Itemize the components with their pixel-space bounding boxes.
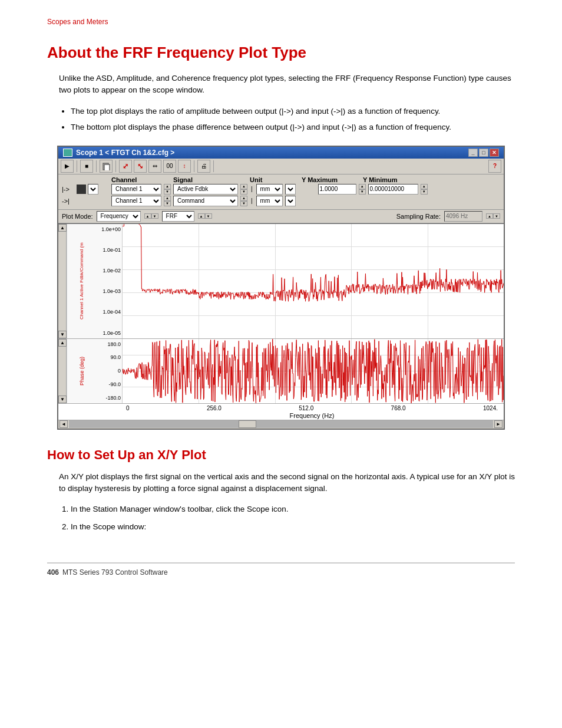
ctrl-row-2: ->| Channel 1 ▲ ▼ Command ▲ ▼ |	[62, 196, 500, 206]
row2-unit-select[interactable]: mm	[256, 196, 283, 206]
row1-sig-spinner[interactable]: ▲ ▼	[240, 184, 247, 195]
autoscale-button[interactable]: ↕	[178, 160, 191, 173]
signal-header: Signal	[173, 176, 238, 183]
row1-ymax-spinner[interactable]: ▲ ▼	[359, 184, 366, 195]
bullet-1: The top plot displays the ratio of ampli…	[71, 105, 515, 118]
h-scroll-track[interactable]	[69, 420, 493, 428]
top-y-label: Channel 1 Active Fdbk/Command (m	[67, 224, 96, 338]
row1-channel-select2[interactable]	[88, 184, 98, 195]
scroll-down-b[interactable]: ▼	[58, 396, 67, 403]
section1-intro: Unlike the ASD, Amplitude, and Coherence…	[59, 73, 515, 97]
row1-signal-select[interactable]: Active Fdbk	[173, 184, 238, 195]
row1-ymax-down[interactable]: ▼	[359, 189, 366, 195]
minimize-button[interactable]: _	[468, 149, 478, 157]
zoom-out-button[interactable]: ⤡	[134, 160, 147, 173]
play-button[interactable]: ▶	[61, 160, 74, 173]
sr-down[interactable]: ▼	[493, 213, 500, 219]
section2-intro: An X/Y plot displays the first signal on…	[59, 471, 515, 495]
cursor-button[interactable]: 00	[163, 160, 176, 173]
h-scroll-thumb[interactable]	[239, 420, 256, 428]
toolbar-sep-5	[213, 160, 214, 172]
zoom-in-button[interactable]: ⤢	[119, 160, 132, 173]
step-1: In the Station Manager window's toolbar,…	[71, 503, 515, 516]
sampling-rate-input	[444, 211, 482, 222]
row2-unit-select2[interactable]	[285, 196, 296, 206]
row2-ch-spinner[interactable]: ▲ ▼	[164, 196, 171, 206]
step-2: In the Scope window:	[71, 521, 515, 533]
plot-type-spinner[interactable]: ▲ ▼	[198, 213, 212, 219]
plot-type-down[interactable]: ▼	[205, 213, 212, 219]
bottom-plot-canvas	[123, 339, 504, 403]
footer-page: 406	[47, 568, 59, 577]
plot-type-up[interactable]: ▲	[198, 213, 205, 219]
row1-ch-spinner[interactable]: ▲ ▼	[164, 184, 171, 195]
row1-unit-select[interactable]: mm	[256, 184, 283, 195]
row1-ymin-up[interactable]: ▲	[421, 184, 428, 189]
row2-ch-up[interactable]: ▲	[164, 196, 171, 201]
breadcrumb[interactable]: Scopes and Meters	[47, 18, 515, 26]
svg-rect-1	[104, 164, 110, 170]
x-ticks: 0 256.0 512.0 768.0 1024.	[120, 405, 504, 411]
close-button[interactable]: ✕	[490, 149, 499, 157]
row1-ch-down[interactable]: ▼	[164, 189, 171, 195]
plot-mode-down[interactable]: ▼	[151, 213, 158, 219]
row1-channel-select[interactable]: Channel 1	[111, 184, 161, 195]
toolbar-sep-4	[194, 160, 194, 172]
row1-color-swatch	[77, 185, 86, 194]
ctrl-row-1: |-> Channel 1 ▲ ▼ Active Fdbk ▲ ▼	[62, 184, 500, 195]
h-scroll-right[interactable]: ►	[494, 420, 503, 428]
help-button[interactable]: ?	[488, 160, 501, 173]
row1-ymin-down[interactable]: ▼	[421, 189, 428, 195]
section1-title: About the FRF Frequency Plot Type	[47, 44, 515, 62]
top-scroll-y[interactable]: ▲ ▼	[58, 224, 67, 338]
row1-sig-down[interactable]: ▼	[240, 189, 247, 195]
top-plot: ▲ ▼ Channel 1 Active Fdbk/Command (m 1.0…	[58, 224, 504, 339]
scope-titlebar: Scope 1 < FTGT Ch 1&2.cfg > _ □ ✕	[58, 147, 504, 159]
page-footer: 406 MTS Series 793 Control Software	[47, 562, 515, 577]
stop-button[interactable]: ■	[80, 160, 93, 173]
row1-ymax-up[interactable]: ▲	[359, 184, 366, 189]
plot-type-select[interactable]: FRF	[162, 211, 194, 222]
section2-container: How to Set Up an X/Y Plot An X/Y plot di…	[47, 447, 515, 533]
row1-ymin-input[interactable]	[368, 184, 418, 195]
row2-signal-select[interactable]: Command	[173, 196, 238, 206]
h-scrollbar[interactable]: ◄ ►	[58, 420, 504, 429]
print-button[interactable]: 🖨	[197, 160, 210, 173]
x-axis-label: Frequency (Hz)	[120, 411, 504, 420]
toolbar-sep-1	[77, 160, 77, 172]
plot-mode-select[interactable]: Frequency	[97, 211, 141, 222]
maximize-button[interactable]: □	[479, 149, 488, 157]
toolbar-sep-3	[115, 160, 116, 172]
scroll-down[interactable]: ▼	[58, 331, 67, 338]
bottom-chart-inner	[123, 339, 504, 403]
row1-ymax-input[interactable]	[318, 184, 356, 195]
row2-sig-down[interactable]: ▼	[240, 201, 247, 206]
ymin-header: Y Minimum	[363, 176, 431, 183]
scroll-up[interactable]: ▲	[58, 224, 67, 232]
scroll-up-b[interactable]: ▲	[58, 339, 67, 347]
copy-button[interactable]	[100, 160, 113, 173]
top-y-ticks: 1.0e+00 1.0e-01 1.0e-02 1.0e-03 1.0e-04 …	[96, 224, 123, 338]
ctrl-header: Channel Signal Unit Y Maximum Y Minimum	[62, 176, 500, 183]
row1-ch-up[interactable]: ▲	[164, 184, 171, 189]
h-scroll-left[interactable]: ◄	[59, 420, 68, 428]
sr-up[interactable]: ▲	[486, 213, 493, 219]
plot-mode-up[interactable]: ▲	[144, 213, 151, 219]
row2-sig-up[interactable]: ▲	[240, 196, 247, 201]
window-buttons[interactable]: _ □ ✕	[468, 149, 499, 157]
bottom-scroll-y[interactable]: ▲ ▼	[58, 339, 67, 403]
row2-ch-down[interactable]: ▼	[164, 201, 171, 206]
row1-unit-select2[interactable]	[285, 184, 296, 195]
pan-button[interactable]: ⇔	[148, 160, 161, 173]
sampling-rate-spinner[interactable]: ▲ ▼	[486, 213, 500, 219]
plot-mode-spinner[interactable]: ▲ ▼	[144, 213, 158, 219]
row1-sig-up[interactable]: ▲	[240, 184, 247, 189]
row2-channel-select[interactable]: Channel 1	[111, 196, 161, 206]
row1-ymin-spinner[interactable]: ▲ ▼	[421, 184, 428, 195]
sampling-rate-label: Sampling Rate:	[396, 213, 441, 220]
row2-sig-spinner[interactable]: ▲ ▼	[240, 196, 247, 206]
scope-icon	[63, 149, 72, 157]
section2-title: How to Set Up an X/Y Plot	[47, 447, 515, 463]
unit-header: Unit	[250, 176, 285, 183]
scope-window: Scope 1 < FTGT Ch 1&2.cfg > _ □ ✕ ▶ ■ ⤢ …	[57, 146, 505, 430]
